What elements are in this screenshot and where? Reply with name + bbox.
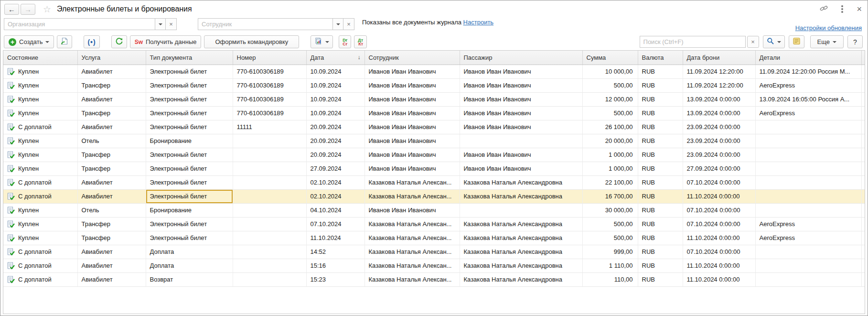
cell-number[interactable] <box>233 272 306 286</box>
cell-date[interactable]: 27.09.2024 <box>306 162 364 175</box>
column-header-employee[interactable]: Сотрудник <box>364 51 460 65</box>
cell-passenger[interactable] <box>460 134 582 148</box>
cell-date[interactable]: 10.09.2024 <box>306 92 364 106</box>
cell-booking-date[interactable]: 11.10.2024 0:00:00 <box>683 272 755 286</box>
cell-service[interactable]: Отель <box>77 134 146 148</box>
cell-service[interactable]: Авиабилет <box>77 245 146 259</box>
cell-number[interactable]: 11111 <box>233 120 306 134</box>
cell-employee[interactable]: Иванов Иван Иванович <box>364 134 460 148</box>
cell-state[interactable]: Куплен <box>3 65 77 78</box>
table-row[interactable]: Куплен Отель Бронирование 04.10.2024 Ива… <box>3 203 865 217</box>
copy-document-button[interactable] <box>57 35 72 48</box>
employee-dropdown-button[interactable] <box>332 18 343 30</box>
cell-booking-date[interactable]: 11.10.2024 0:00:00 <box>683 189 755 203</box>
search-button[interactable] <box>763 35 785 48</box>
cell-doc-type[interactable]: Электронный билет <box>146 162 233 175</box>
cell-details[interactable]: AeroExpress <box>755 106 861 120</box>
cell-currency[interactable]: RUB <box>638 106 683 120</box>
cell-passenger[interactable]: Иванов Иван Иванович <box>460 65 582 78</box>
cell-service[interactable]: Авиабилет <box>77 272 146 286</box>
cell-employee[interactable]: Иванов Иван Иванович <box>364 148 460 162</box>
cell-amount[interactable]: 500,00 <box>582 106 638 120</box>
cell-state[interactable]: Куплен <box>3 231 77 245</box>
cell-doc-type[interactable]: Электронный билет <box>146 189 233 203</box>
organization-dropdown-button[interactable] <box>155 18 166 30</box>
cell-employee[interactable]: Казакова Наталья Алексан... <box>364 231 460 245</box>
cell-date[interactable]: 20.09.2024 <box>306 148 364 162</box>
cell-booking-date[interactable]: 23.09.2024 0:00:00 <box>683 120 755 134</box>
cell-currency[interactable]: RUB <box>638 134 683 148</box>
cell-booking-date[interactable]: 11.09.2024 12:20:00 <box>683 78 755 92</box>
cell-booking-date[interactable]: 11.10.2024 0:00:00 <box>683 259 755 272</box>
column-header-details[interactable]: Детали <box>755 51 861 65</box>
cell-currency[interactable]: RUB <box>638 217 683 231</box>
cell-currency[interactable]: RUB <box>638 78 683 92</box>
column-header-service[interactable]: Услуга <box>77 51 146 65</box>
cell-currency[interactable]: RUB <box>638 245 683 259</box>
cell-passenger[interactable]: Иванов Иван Иванович <box>460 120 582 134</box>
employee-clear-button[interactable]: × <box>343 18 354 30</box>
table-row[interactable]: С доплатой Авиабилет Доплата 15:16 Казак… <box>3 259 865 272</box>
cell-service[interactable]: Отель <box>77 203 146 217</box>
cell-booking-date[interactable]: 11.09.2024 12:20:00 <box>683 65 755 78</box>
cell-service[interactable]: Трансфер <box>77 231 146 245</box>
cell-employee[interactable]: Иванов Иван Иванович <box>364 92 460 106</box>
table-row[interactable]: Куплен Трансфер Электронный билет 770-61… <box>3 106 865 120</box>
cell-booking-date[interactable]: 27.09.2024 0:00:00 <box>683 162 755 175</box>
cell-amount[interactable]: 999,00 <box>582 245 638 259</box>
cell-doc-type[interactable]: Электронный билет <box>146 65 233 78</box>
search-input[interactable] <box>640 36 746 48</box>
cell-amount[interactable]: 22 100,00 <box>582 175 638 189</box>
cell-doc-type[interactable]: Бронирование <box>146 203 233 217</box>
table-row[interactable]: Куплен Трансфер Электронный билет 20.09.… <box>3 148 865 162</box>
cell-passenger[interactable]: Иванов Иван Иванович <box>460 92 582 106</box>
cell-booking-date[interactable]: 07.10.2024 0:00:00 <box>683 217 755 231</box>
cell-currency[interactable]: RUB <box>638 148 683 162</box>
cell-doc-type[interactable]: Электронный билет <box>146 106 233 120</box>
cell-state[interactable]: С доплатой <box>3 259 77 272</box>
cell-doc-type[interactable]: Электронный билет <box>146 175 233 189</box>
table-row[interactable]: С доплатой Авиабилет Возврат 15:23 Казак… <box>3 272 865 286</box>
cell-amount[interactable]: 1 110,00 <box>582 259 638 272</box>
cell-date[interactable]: 15:16 <box>306 259 364 272</box>
cell-passenger[interactable]: Казакова Наталья Александровна <box>460 231 582 245</box>
cell-passenger[interactable]: Казакова Наталья Александровна <box>460 272 582 286</box>
cell-date[interactable]: 15:23 <box>306 272 364 286</box>
cell-number[interactable] <box>233 217 306 231</box>
cell-amount[interactable]: 12 000,00 <box>582 92 638 106</box>
cell-date[interactable]: 02.10.2024 <box>306 189 364 203</box>
cell-date[interactable]: 10.09.2024 <box>306 78 364 92</box>
cell-details[interactable] <box>755 203 861 217</box>
cell-state[interactable]: Куплен <box>3 148 77 162</box>
forward-button[interactable]: → <box>21 4 35 15</box>
cell-number[interactable] <box>233 162 306 175</box>
cell-number[interactable] <box>233 175 306 189</box>
cell-state[interactable]: Куплен <box>3 203 77 217</box>
cell-employee[interactable]: Иванов Иван Иванович <box>364 65 460 78</box>
favorite-star-icon[interactable]: ☆ <box>43 5 51 14</box>
cell-employee[interactable]: Иванов Иван Иванович <box>364 106 460 120</box>
create-button[interactable]: + Создать <box>4 35 54 48</box>
cell-details[interactable] <box>755 175 861 189</box>
list-output-button[interactable] <box>789 35 804 48</box>
cell-employee[interactable]: Иванов Иван Иванович <box>364 78 460 92</box>
cell-details[interactable] <box>755 120 861 134</box>
cell-date[interactable]: 07.10.2024 <box>306 217 364 231</box>
cell-amount[interactable]: 26 100,00 <box>582 120 638 134</box>
cell-passenger[interactable]: Казакова Наталья Александровна <box>460 217 582 231</box>
cell-currency[interactable]: RUB <box>638 92 683 106</box>
cell-booking-date[interactable]: 13.09.2024 0:00:00 <box>683 106 755 120</box>
cell-currency[interactable]: RUB <box>638 231 683 245</box>
cell-passenger[interactable] <box>460 203 582 217</box>
drcr-button[interactable]: DrCr <box>339 35 351 48</box>
organization-filter-input[interactable] <box>4 18 155 30</box>
cell-number[interactable] <box>233 148 306 162</box>
cell-passenger[interactable]: Казакова Наталья Александровна <box>460 245 582 259</box>
cell-service[interactable]: Авиабилет <box>77 92 146 106</box>
cell-number[interactable] <box>233 259 306 272</box>
cell-number[interactable] <box>233 231 306 245</box>
cell-service[interactable]: Авиабилет <box>77 189 146 203</box>
cell-currency[interactable]: RUB <box>638 162 683 175</box>
back-button[interactable]: ← <box>4 4 19 15</box>
cell-state[interactable]: Куплен <box>3 78 77 92</box>
